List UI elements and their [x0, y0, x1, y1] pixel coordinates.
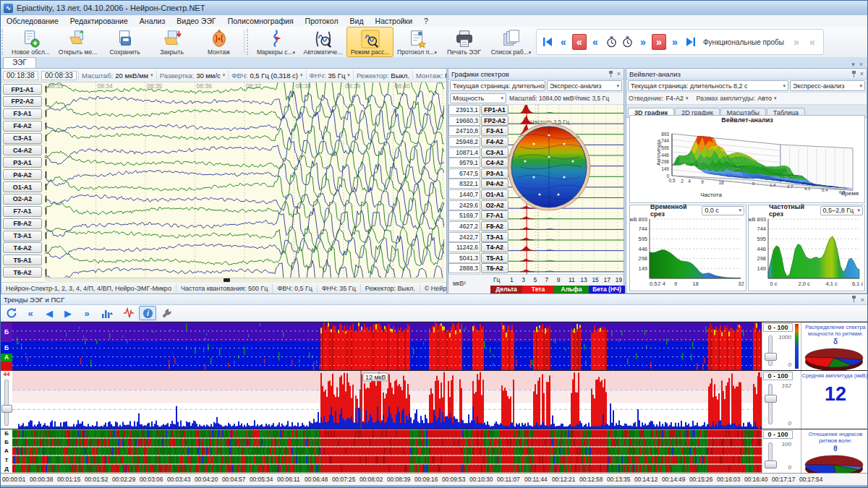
toolbar-button-review-mode[interactable]: Режим расс...	[346, 27, 393, 57]
toolbar-button-save[interactable]: Сохранить	[101, 27, 148, 57]
spectrum-channel-button[interactable]: FP2-A2	[481, 116, 509, 126]
spectrum-channel-button[interactable]: T5-A1	[481, 253, 509, 263]
dropdown-arrow-icon[interactable]: ▾	[529, 50, 532, 56]
freq-slice-select[interactable]: 0,5–2,8 Гц▾	[820, 206, 863, 215]
toolbar-button-auto-analysis[interactable]: Автоматиче...	[299, 27, 346, 57]
trend-plot-0[interactable]	[12, 322, 762, 370]
close-icon[interactable]: ×	[617, 70, 621, 77]
tab-pin-icon[interactable]: ▾	[851, 61, 855, 68]
spectrum-channel-button[interactable]: F8-A2	[481, 221, 509, 231]
spectrum-channel-button[interactable]: F4-A2	[481, 137, 509, 147]
spectrum-page-select[interactable]: Текущая страница: длительность 8,2 с▾	[450, 80, 545, 91]
tab-eeg[interactable]: ЭЭГ	[3, 57, 36, 68]
channel-button-O1-A1[interactable]: O1-A1	[3, 181, 42, 192]
nav-button-7[interactable]: »	[652, 34, 666, 50]
nav-button-9[interactable]	[684, 34, 698, 50]
spectrum-channel-button[interactable]: C4-A2	[481, 158, 509, 168]
eeg-scrollbar[interactable]	[45, 278, 444, 283]
eeg-param-0[interactable]: Масштаб:20 мкВ/мм▾	[78, 70, 156, 80]
spectrum-channel-button[interactable]: O2-A2	[481, 200, 509, 210]
trend-slider-thumb[interactable]	[765, 395, 777, 403]
nav-fragment-button-1[interactable]: «	[805, 34, 820, 50]
spectrum-channel-button[interactable]: F3-A1	[481, 126, 509, 136]
spectrum-mode-select[interactable]: Экспресс-анализ▾	[547, 80, 622, 91]
toolbar-button-open-exam[interactable]: Открыть ме...	[54, 27, 101, 57]
pin-icon[interactable]	[608, 71, 613, 77]
menu-item-3[interactable]: Видео ЭЭГ	[171, 17, 221, 25]
close-icon[interactable]: ×	[860, 296, 864, 304]
menu-item-8[interactable]: ?	[418, 17, 434, 25]
wavelet-mode-select[interactable]: Экспресс-анализ▾	[790, 80, 865, 91]
trends-button-refresh[interactable]	[3, 306, 20, 320]
nav-button-8[interactable]: »	[668, 34, 682, 50]
spectrum-channel-button[interactable]: O1-A1	[481, 189, 509, 200]
channel-button-F4-A2[interactable]: F4-A2	[3, 121, 42, 132]
channel-button-T3-A1[interactable]: T3-A1	[3, 231, 42, 241]
spectrum-channel-button[interactable]: FP1-A1	[481, 105, 509, 115]
eeg-param-1[interactable]: Развертка:30 мм/с▾	[156, 70, 229, 80]
toolbar-button-markers[interactable]: Маркеры с... ▾	[252, 27, 299, 57]
eeg-plot[interactable]: FP1-A1FP2-A2F3-A1F4-A2C3-A1C4-A2P3-A1P4-…	[1, 82, 446, 282]
toolbar-button-montage[interactable]: Монтаж	[195, 27, 242, 57]
spectrum-measure-select[interactable]: Мощность▾	[450, 93, 506, 103]
amplitude-range-select[interactable]: Авто	[757, 95, 772, 102]
menu-item-4[interactable]: Полисомнография	[222, 17, 299, 25]
channel-button-F8-A2[interactable]: F8-A2	[3, 218, 42, 229]
channel-button-FP1-A1[interactable]: FP1-A1	[3, 84, 42, 95]
spectrum-channel-button[interactable]: T6-A2	[481, 263, 509, 273]
trends-button-histogram[interactable]	[97, 306, 119, 320]
toolbar-button-close-exam[interactable]: Закрыть	[148, 27, 195, 57]
channel-button-O2-A2[interactable]: O2-A2	[3, 194, 42, 205]
trends-button-step-backward[interactable]: ◀	[41, 306, 58, 320]
nav-button-2[interactable]: «	[572, 34, 587, 50]
nav-button-0[interactable]	[540, 34, 555, 50]
trend-plot-1[interactable]: 12 мкВ	[12, 371, 762, 429]
spectrum-channel-button[interactable]: P3-A1	[481, 168, 509, 179]
menu-item-5[interactable]: Протокол	[299, 17, 344, 25]
channel-button-T5-A1[interactable]: T5-A1	[3, 254, 42, 265]
trends-button-fast-backward[interactable]: «	[22, 306, 39, 320]
channel-button-F3-A1[interactable]: F3-A1	[3, 108, 42, 119]
nav-fragment-button-0[interactable]: »	[789, 34, 804, 50]
trend-slider-track[interactable]	[768, 384, 773, 424]
menu-item-0[interactable]: Обследование	[1, 17, 64, 25]
channel-button-C4-A2[interactable]: C4-A2	[3, 145, 42, 155]
channel-button-C3-A1[interactable]: C3-A1	[3, 133, 42, 144]
eeg-param-2[interactable]: ФВЧ:0,5 Гц (0,318 с)▾	[228, 70, 305, 80]
pin-icon[interactable]	[851, 296, 856, 302]
dropdown-arrow-icon[interactable]: ▾	[293, 50, 296, 56]
trend-plot-2[interactable]	[12, 429, 762, 473]
toolbar-button-new-exam[interactable]: Новое обсл...	[7, 27, 54, 57]
trends-button-info[interactable]: i	[139, 306, 156, 320]
amplitude-slider-thumb[interactable]	[1, 405, 12, 413]
dropdown-arrow-icon[interactable]: ▾	[434, 50, 437, 56]
time-slice-select[interactable]: 0,0 с▾	[702, 206, 744, 215]
nav-button-5[interactable]	[620, 34, 634, 50]
lead-select[interactable]: F4-A2	[665, 95, 684, 102]
toolbar-button-protocol[interactable]: Протокол п... ▾	[393, 27, 441, 57]
eeg-param-5[interactable]: Монтаж:Monopolar 16▾	[412, 70, 446, 80]
trends-button-wrench[interactable]	[158, 306, 175, 320]
spectrum-channel-button[interactable]: P4-A2	[481, 179, 509, 189]
wavelet-page-select[interactable]: Текущая страница: длительность 8,2 с▾	[628, 80, 788, 91]
trend-slider-track[interactable]	[768, 335, 773, 366]
channel-button-FP2-A2[interactable]: FP2-A2	[3, 96, 42, 107]
menu-item-6[interactable]: Вид	[344, 17, 370, 25]
channel-button-T4-A2[interactable]: T4-A2	[3, 242, 42, 253]
nav-button-4[interactable]	[604, 34, 618, 50]
channel-button-F7-A1[interactable]: F7-A1	[3, 206, 42, 217]
menu-item-2[interactable]: Анализ	[134, 17, 171, 25]
channel-button-P3-A1[interactable]: P3-A1	[3, 157, 42, 168]
eeg-traces[interactable]: 08:3308:3408:3508:3608:3708:3808:3908:40…	[45, 82, 444, 278]
trend-slider-thumb[interactable]	[765, 353, 777, 361]
channel-button-P4-A2[interactable]: P4-A2	[3, 169, 42, 180]
channel-button-T6-A2[interactable]: T6-A2	[3, 267, 42, 278]
trends-button-fast-forward[interactable]: »	[78, 306, 95, 320]
toolbar-button-worklist[interactable]: Список раб... ▾	[488, 27, 535, 57]
eeg-param-3[interactable]: ФНЧ:35 Гц▾	[306, 70, 353, 80]
spectrum-channel-button[interactable]: T3-A1	[481, 232, 509, 242]
spectrum-channel-button[interactable]: T4-A2	[481, 242, 509, 252]
spectrum-channel-button[interactable]: C3-A1	[481, 147, 509, 158]
spectrum-channel-button[interactable]: F7-A1	[481, 210, 509, 221]
nav-button-1[interactable]: «	[556, 34, 571, 50]
